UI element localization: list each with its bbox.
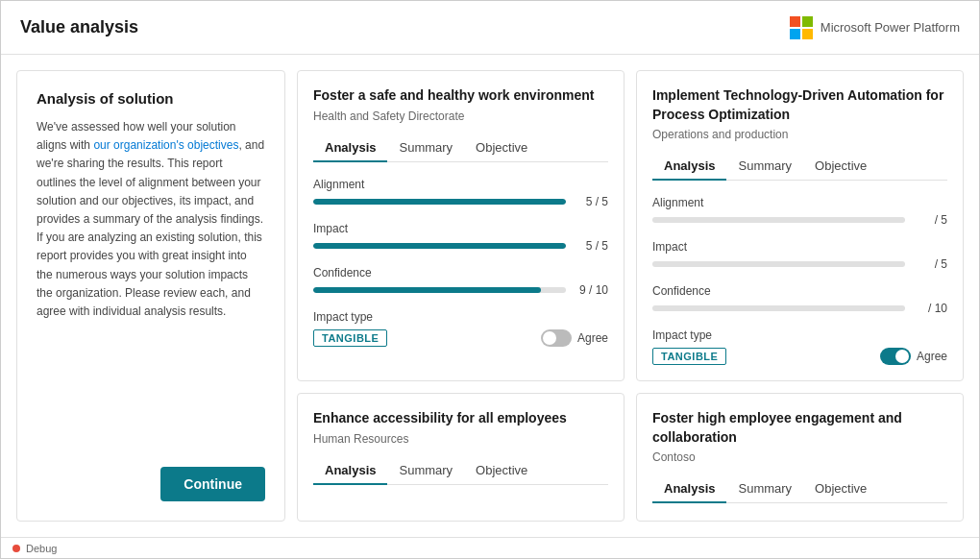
card1-tab-summary[interactable]: Summary <box>387 134 464 162</box>
card2-tab-summary[interactable]: Summary <box>726 153 803 181</box>
right-panels: Foster a safe and healthy work environme… <box>297 70 964 522</box>
card-enhance-accessibility: Enhance accessibility for all employees … <box>297 393 625 522</box>
card-implement-tech: Implement Technology-Driven Automation f… <box>636 70 964 381</box>
logo-red <box>790 16 800 27</box>
card4-tab-objective[interactable]: Objective <box>803 475 878 503</box>
card3-tab-analysis[interactable]: Analysis <box>313 457 387 485</box>
card1-confidence-fill <box>313 287 541 293</box>
card2-toggle-knob <box>895 350 909 363</box>
card1-toggle-knob <box>543 331 556 345</box>
card4-tabs: Analysis Summary Objective <box>652 475 947 503</box>
card1-impact-bar-row: 5 / 5 <box>313 239 608 253</box>
card1-confidence-label: Confidence <box>313 266 608 280</box>
card2-alignment-bar-row: / 5 <box>652 213 947 227</box>
card2-agree-toggle[interactable] <box>880 348 911 365</box>
card1-confidence-track <box>313 287 566 293</box>
card2-impact-track <box>652 261 905 267</box>
card3-tab-summary[interactable]: Summary <box>387 457 464 485</box>
card1-agree-toggle[interactable] <box>541 329 572 347</box>
card1-alignment-fill <box>313 199 566 205</box>
card1-subtitle: Health and Safety Directorate <box>313 109 608 123</box>
card3-tab-objective[interactable]: Objective <box>464 457 539 485</box>
card2-tab-objective[interactable]: Objective <box>803 153 878 181</box>
card1-alignment: Alignment 5 / 5 <box>313 178 608 208</box>
footer: Debug <box>1 537 979 558</box>
logo-green <box>802 16 813 27</box>
brand-area: Microsoft Power Platform <box>790 16 960 39</box>
left-panel-title: Analysis of solution <box>37 90 265 107</box>
card1-confidence-value: 9 / 10 <box>574 283 608 297</box>
left-panel-description: We've assessed how well your solution al… <box>37 118 265 321</box>
card1-alignment-track <box>313 199 566 205</box>
card-foster-safe: Foster a safe and healthy work environme… <box>297 70 625 381</box>
card2-confidence-bar-row: / 10 <box>652 302 947 315</box>
card1-impact-row: TANGIBLE Agree <box>313 329 608 347</box>
left-panel-content: Analysis of solution We've assessed how … <box>37 90 265 321</box>
card2-impact-label: Impact <box>652 240 947 254</box>
card2-impact-bar-row: / 5 <box>652 257 947 271</box>
card1-impact-fill <box>313 243 566 249</box>
card1-impact-section: Impact type TANGIBLE Agree <box>313 310 608 347</box>
card2-confidence: Confidence / 10 <box>652 284 947 315</box>
card4-tab-analysis[interactable]: Analysis <box>652 475 726 503</box>
card4-tab-summary[interactable]: Summary <box>726 475 803 503</box>
card1-title: Foster a safe and healthy work environme… <box>313 86 608 106</box>
card2-agree-label: Agree <box>917 350 947 363</box>
card2-subtitle: Operations and production <box>652 128 947 141</box>
card2-confidence-value: / 10 <box>913 302 947 315</box>
card3-tabs: Analysis Summary Objective <box>313 457 608 485</box>
card2-impact-section: Impact type TANGIBLE Agree <box>652 328 947 365</box>
app-frame: Value analysis Microsoft Power Platform … <box>0 0 980 559</box>
card2-agree-row: Agree <box>880 348 947 365</box>
card2-impact-type-label: Impact type <box>652 328 947 342</box>
card1-tangible-badge: TANGIBLE <box>313 329 387 347</box>
card2-tab-analysis[interactable]: Analysis <box>652 153 726 181</box>
continue-button[interactable]: Continue <box>160 467 265 501</box>
card3-subtitle: Human Resources <box>313 432 608 446</box>
card1-agree-label: Agree <box>577 331 608 345</box>
card2-tabs: Analysis Summary Objective <box>652 153 947 181</box>
card3-title: Enhance accessibility for all employees <box>313 409 608 428</box>
card1-agree-row: Agree <box>541 329 608 347</box>
left-panel: Analysis of solution We've assessed how … <box>16 70 285 522</box>
card1-confidence: Confidence 9 / 10 <box>313 266 608 297</box>
card1-impact-label: Impact <box>313 222 608 235</box>
card1-confidence-bar-row: 9 / 10 <box>313 283 608 297</box>
page-title: Value analysis <box>20 17 138 37</box>
header: Value analysis Microsoft Power Platform <box>1 1 979 55</box>
card2-title: Implement Technology-Driven Automation f… <box>652 86 947 124</box>
card4-title: Foster high employee engagement and coll… <box>652 409 947 447</box>
card2-confidence-label: Confidence <box>652 284 947 298</box>
card-foster-engagement: Foster high employee engagement and coll… <box>636 393 964 522</box>
card2-alignment-value: / 5 <box>913 213 947 227</box>
card2-alignment: Alignment / 5 <box>652 196 947 227</box>
card4-subtitle: Contoso <box>652 450 947 464</box>
card1-alignment-bar-row: 5 / 5 <box>313 195 608 208</box>
logo-yellow <box>802 29 813 39</box>
microsoft-logo <box>790 16 813 39</box>
card1-alignment-label: Alignment <box>313 178 608 191</box>
card1-impact: Impact 5 / 5 <box>313 222 608 253</box>
card1-tab-objective[interactable]: Objective <box>464 134 539 162</box>
logo-blue <box>790 29 800 39</box>
card1-tabs: Analysis Summary Objective <box>313 134 608 162</box>
card2-impact-row: TANGIBLE Agree <box>652 348 947 365</box>
card2-confidence-track <box>652 305 905 311</box>
card2-alignment-label: Alignment <box>652 196 947 209</box>
card2-alignment-track <box>652 217 905 223</box>
debug-indicator <box>12 545 20 552</box>
card1-tab-analysis[interactable]: Analysis <box>313 134 387 162</box>
card2-impact: Impact / 5 <box>652 240 947 271</box>
card2-tangible-badge: TANGIBLE <box>652 348 726 365</box>
main-content: Analysis of solution We've assessed how … <box>1 55 979 537</box>
card1-impact-value: 5 / 5 <box>574 239 608 253</box>
card2-impact-value: / 5 <box>913 257 947 271</box>
card1-impact-track <box>313 243 566 249</box>
footer-debug-label: Debug <box>26 543 57 554</box>
card1-impact-type-label: Impact type <box>313 310 608 324</box>
brand-text: Microsoft Power Platform <box>821 20 960 35</box>
card1-alignment-value: 5 / 5 <box>574 195 608 208</box>
